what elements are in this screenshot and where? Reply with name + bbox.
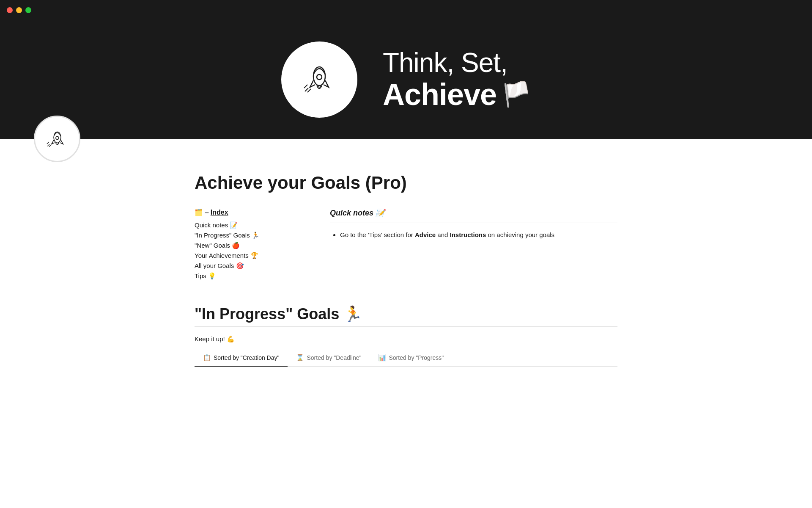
creation-tab-label: Sorted by "Creation Day" xyxy=(214,354,279,361)
hero-text: Think, Set, Achieve 🏳️ xyxy=(383,48,531,111)
svg-line-2 xyxy=(304,85,307,88)
index-heading: 🗂️ – Index xyxy=(195,208,304,216)
svg-point-6 xyxy=(55,136,58,139)
minimize-button[interactable] xyxy=(16,7,22,13)
creation-tab-icon: 📋 xyxy=(203,354,211,362)
sort-tab-deadline[interactable]: ⌛ Sorted by "Deadline" xyxy=(288,350,370,367)
page-icon xyxy=(34,116,80,162)
page-rocket-icon xyxy=(44,125,71,153)
hero-line2: Achieve 🏳️ xyxy=(383,78,531,111)
in-progress-divider xyxy=(195,326,617,327)
hero-banner: Think, Set, Achieve 🏳️ xyxy=(0,20,812,139)
nav-item-new-goals[interactable]: "New" Goals 🍎 xyxy=(195,242,304,249)
quick-notes-item: Go to the 'Tips' section for Advice and … xyxy=(340,230,617,240)
quick-notes-title: Quick notes 📝 xyxy=(330,208,617,218)
progress-tab-icon: 📊 xyxy=(378,354,386,362)
svg-point-1 xyxy=(317,75,322,80)
nav-item-in-progress[interactable]: "In Progress" Goals 🏃 xyxy=(195,232,304,239)
nav-item-achievements[interactable]: Your Achievements 🏆 xyxy=(195,252,304,260)
in-progress-section: "In Progress" Goals 🏃 Keep it up! 💪 📋 So… xyxy=(195,305,617,367)
sort-tab-progress[interactable]: 📊 Sorted by "Progress" xyxy=(370,350,452,367)
nav-item-tips[interactable]: Tips 💡 xyxy=(195,272,304,280)
progress-tab-label: Sorted by "Progress" xyxy=(389,354,444,361)
in-progress-subtitle: Keep it up! 💪 xyxy=(195,335,617,343)
nav-list: Quick notes 📝 "In Progress" Goals 🏃 "New… xyxy=(195,221,304,280)
quick-notes-panel: Quick notes 📝 Go to the 'Tips' section f… xyxy=(330,208,617,280)
svg-line-9 xyxy=(49,144,51,146)
hero-line1: Think, Set, xyxy=(383,48,531,77)
quick-notes-list: Go to the 'Tips' section for Advice and … xyxy=(330,230,617,240)
deadline-tab-icon: ⌛ xyxy=(296,354,304,362)
index-link[interactable]: Index xyxy=(211,209,228,216)
svg-line-4 xyxy=(307,89,311,92)
nav-item-all-goals[interactable]: All your Goals 🎯 xyxy=(195,262,304,270)
sort-tab-creation[interactable]: 📋 Sorted by "Creation Day" xyxy=(195,350,288,367)
main-content: Achieve your Goals (Pro) 🗂️ – Index Quic… xyxy=(152,139,660,392)
svg-line-7 xyxy=(47,142,49,144)
titlebar xyxy=(0,0,812,20)
nav-item-quick-notes[interactable]: Quick notes 📝 xyxy=(195,221,304,229)
flag-icon: 🏳️ xyxy=(502,81,531,108)
hero-rocket-icon xyxy=(298,58,340,101)
maximize-button[interactable] xyxy=(25,7,31,13)
close-button[interactable] xyxy=(7,7,13,13)
deadline-tab-label: Sorted by "Deadline" xyxy=(307,354,361,361)
index-emoji: 🗂️ – xyxy=(195,209,211,216)
sort-tabs: 📋 Sorted by "Creation Day" ⌛ Sorted by "… xyxy=(195,350,617,367)
svg-line-8 xyxy=(47,144,49,146)
quick-notes-divider xyxy=(330,223,617,223)
hero-rocket-circle xyxy=(281,41,357,118)
hero-achieve-text: Achieve xyxy=(383,78,497,111)
in-progress-heading: "In Progress" Goals 🏃 xyxy=(195,305,617,323)
index-nav: 🗂️ – Index Quick notes 📝 "In Progress" G… xyxy=(195,208,304,280)
svg-line-3 xyxy=(305,88,308,91)
page-title: Achieve your Goals (Pro) xyxy=(195,173,617,193)
index-section: 🗂️ – Index Quick notes 📝 "In Progress" G… xyxy=(195,208,617,280)
